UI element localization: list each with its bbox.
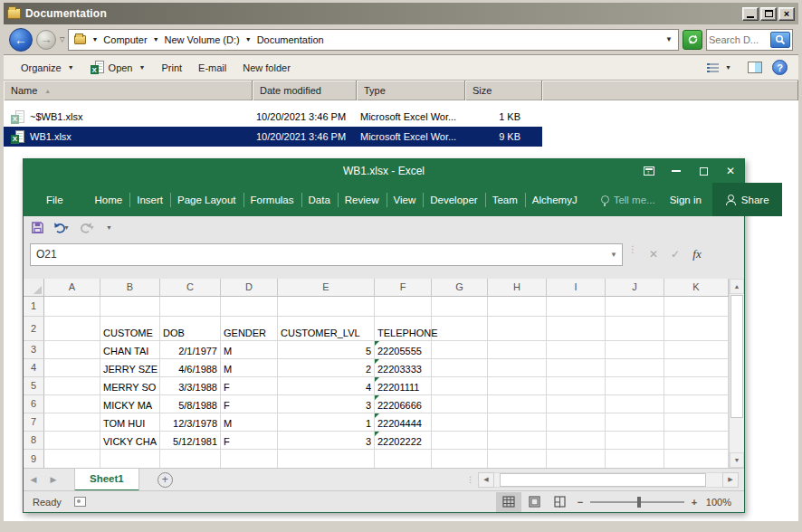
- cell-H6[interactable]: [488, 395, 547, 413]
- cell-F8[interactable]: 22202222: [375, 432, 432, 450]
- back-button[interactable]: ←: [9, 28, 33, 52]
- address-history-dropdown-icon[interactable]: ▼: [665, 35, 673, 43]
- breadcrumb-computer[interactable]: Computer: [103, 34, 147, 45]
- share-button[interactable]: Share: [712, 183, 782, 216]
- column-header-K[interactable]: K: [664, 279, 729, 297]
- tab-alchemyj[interactable]: AlchemyJ: [525, 190, 585, 210]
- column-header-C[interactable]: C: [160, 279, 221, 297]
- cell-C8[interactable]: 5/12/1981: [160, 432, 221, 450]
- cell-C1[interactable]: [160, 297, 221, 317]
- cell-E1[interactable]: [278, 297, 375, 317]
- cell-A1[interactable]: [44, 297, 100, 317]
- cell-H8[interactable]: [488, 432, 547, 450]
- zoom-out-button[interactable]: −: [572, 497, 588, 508]
- new-sheet-button[interactable]: +: [158, 472, 173, 488]
- cell-E7[interactable]: 1: [278, 413, 375, 432]
- cell-K3[interactable]: [664, 341, 729, 359]
- cell-E5[interactable]: 4: [278, 377, 375, 395]
- refresh-button[interactable]: [683, 30, 702, 50]
- cell-G2[interactable]: [432, 317, 488, 341]
- cell-C2[interactable]: DOB: [160, 317, 221, 341]
- cell-E3[interactable]: 5: [278, 341, 375, 359]
- cell-K1[interactable]: [664, 297, 729, 317]
- sign-in-button[interactable]: Sign in: [661, 195, 711, 205]
- crumb-dropdown-icon[interactable]: ▼: [245, 36, 252, 43]
- column-header-name[interactable]: Name ▲: [4, 81, 253, 100]
- sheet-nav-right-icon[interactable]: ▶: [43, 475, 63, 484]
- record-macro-button[interactable]: [74, 497, 86, 507]
- column-header-type[interactable]: Type: [357, 81, 465, 100]
- cell-K2[interactable]: [664, 317, 729, 341]
- cell-G4[interactable]: [432, 359, 488, 377]
- cell-J6[interactable]: [606, 395, 664, 413]
- name-box[interactable]: O21 ▼: [30, 243, 623, 266]
- cell-C9[interactable]: [160, 450, 221, 469]
- cell-C3[interactable]: 2/1/1977: [160, 341, 221, 359]
- horizontal-scrollbar[interactable]: ◀ ▶: [478, 472, 739, 488]
- column-header-B[interactable]: B: [100, 279, 160, 297]
- row-header-8[interactable]: 8: [24, 432, 44, 450]
- cell-D7[interactable]: M: [221, 413, 278, 432]
- cell-I2[interactable]: [547, 317, 606, 341]
- file-row-selected[interactable]: X WB1.xlsx 10/20/2021 3:46 PM Microsoft …: [4, 127, 542, 147]
- cell-B3[interactable]: CHAN TAI: [100, 341, 160, 359]
- recent-pages-dropdown-icon[interactable]: ▽: [60, 36, 64, 43]
- cell-H9[interactable]: [488, 450, 547, 469]
- cell-K6[interactable]: [664, 395, 729, 413]
- cell-A5[interactable]: [44, 377, 100, 395]
- cell-D3[interactable]: M: [221, 341, 278, 359]
- cell-J2[interactable]: [606, 317, 664, 341]
- sheet-nav-left-icon[interactable]: ◀: [24, 475, 43, 484]
- tab-home[interactable]: Home: [88, 190, 130, 210]
- row-header-9[interactable]: 9: [24, 450, 44, 469]
- cell-F2[interactable]: TELEPHONE: [375, 317, 432, 341]
- cell-D8[interactable]: F: [221, 432, 278, 450]
- zoom-slider-handle[interactable]: [637, 497, 641, 508]
- cell-H3[interactable]: [488, 341, 547, 359]
- cell-A4[interactable]: [44, 359, 100, 377]
- cell-J5[interactable]: [606, 377, 664, 395]
- column-header-size[interactable]: Size: [465, 81, 542, 100]
- breadcrumb-documentation[interactable]: Documentation: [257, 34, 324, 45]
- cell-K9[interactable]: [664, 450, 729, 469]
- cell-J1[interactable]: [606, 297, 664, 317]
- column-header-date-modified[interactable]: Date modified: [253, 81, 357, 100]
- zoom-in-button[interactable]: +: [686, 497, 702, 508]
- excel-minimize-button[interactable]: [663, 159, 690, 183]
- cell-E8[interactable]: 3: [278, 432, 375, 450]
- cell-J7[interactable]: [606, 413, 664, 432]
- column-header-F[interactable]: F: [375, 279, 432, 297]
- cell-C7[interactable]: 12/3/1978: [160, 413, 221, 432]
- email-button[interactable]: E-mail: [192, 59, 233, 77]
- cell-F9[interactable]: [375, 450, 432, 469]
- cell-G7[interactable]: [432, 413, 488, 432]
- cell-A7[interactable]: [44, 413, 100, 432]
- print-button[interactable]: Print: [155, 59, 188, 77]
- cell-D4[interactable]: M: [221, 359, 278, 377]
- change-view-button[interactable]: ▼: [701, 60, 738, 76]
- cell-B8[interactable]: VICKY CHA: [100, 432, 160, 450]
- cell-J9[interactable]: [606, 450, 664, 469]
- cell-I5[interactable]: [547, 377, 606, 395]
- page-break-preview-button[interactable]: [547, 492, 572, 512]
- cell-J3[interactable]: [606, 341, 664, 359]
- cell-C4[interactable]: 4/6/1988: [160, 359, 221, 377]
- tab-file[interactable]: File: [34, 189, 75, 211]
- cell-H7[interactable]: [488, 413, 547, 432]
- tab-view[interactable]: View: [387, 190, 424, 210]
- cell-F5[interactable]: 22201111: [375, 377, 432, 395]
- cell-K8[interactable]: [664, 432, 729, 450]
- save-icon[interactable]: [31, 221, 44, 234]
- new-folder-button[interactable]: New folder: [236, 59, 297, 77]
- cell-A3[interactable]: [44, 341, 100, 359]
- cell-E2[interactable]: CUSTOMER_LVL: [278, 317, 375, 341]
- zoom-level-label[interactable]: 100%: [702, 497, 744, 508]
- preview-pane-button[interactable]: [741, 58, 769, 77]
- search-button[interactable]: [770, 32, 790, 48]
- formula-bar-handle[interactable]: ⋮: [628, 247, 637, 252]
- scroll-up-icon[interactable]: ▲: [730, 279, 744, 294]
- cell-A2[interactable]: [44, 317, 100, 341]
- tab-data[interactable]: Data: [301, 190, 338, 210]
- cell-C6[interactable]: 5/8/1988: [160, 395, 221, 413]
- cell-I3[interactable]: [547, 341, 606, 359]
